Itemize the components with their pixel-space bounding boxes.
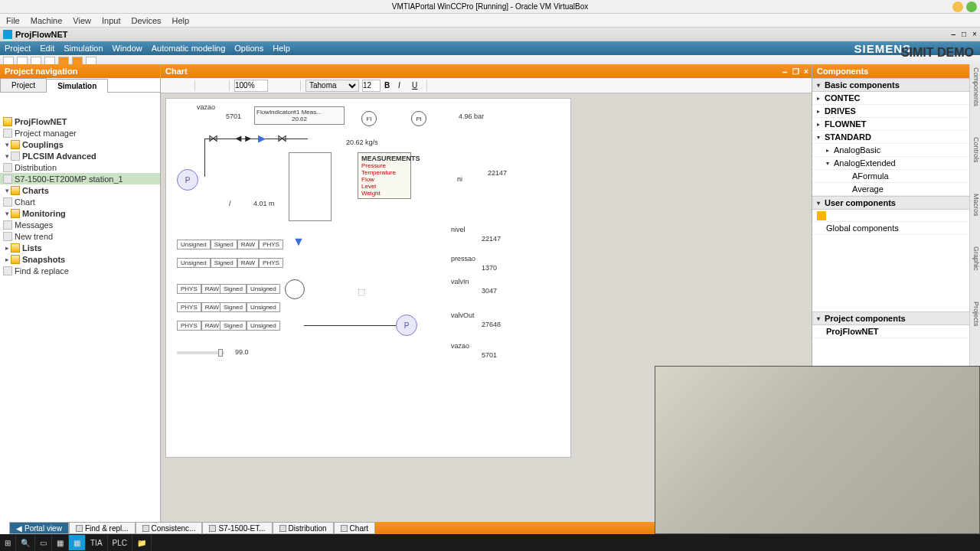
bold-icon[interactable]: B bbox=[384, 80, 394, 91]
tank-block[interactable] bbox=[289, 152, 332, 221]
collapse-icon[interactable]: ▾ bbox=[3, 210, 11, 217]
app-minimize-icon[interactable]: ‒ bbox=[948, 28, 959, 41]
status-tab-find[interactable]: Find & repl... bbox=[69, 522, 136, 534]
new-icon[interactable] bbox=[817, 211, 826, 220]
project-components-section[interactable]: ▾Project components bbox=[812, 311, 969, 325]
menu-simulation[interactable]: Simulation bbox=[64, 44, 103, 53]
vtab-projects[interactable]: Projects bbox=[970, 302, 980, 327]
lib-standard[interactable]: ▾STANDARD bbox=[812, 131, 969, 144]
valve-icon[interactable]: ⋈ bbox=[208, 132, 218, 144]
vtab-components[interactable]: Components bbox=[970, 67, 980, 106]
signal-group-5b[interactable]: SignedUnsigned bbox=[220, 321, 280, 331]
valve-icon[interactable]: ◄► bbox=[234, 132, 253, 144]
taskbar-app-tia[interactable]: TIA bbox=[86, 535, 108, 550]
tree-lists[interactable]: ▸Lists bbox=[0, 242, 160, 253]
signal-group-4b[interactable]: SignedUnsigned bbox=[220, 302, 280, 312]
shape-icon[interactable] bbox=[459, 80, 470, 91]
signal-group-5[interactable]: PHYSRAW bbox=[177, 321, 223, 331]
vb-menu-machine[interactable]: Machine bbox=[31, 16, 63, 25]
vtab-controls[interactable]: Controls bbox=[970, 137, 980, 163]
vtab-graphic[interactable]: Graphic bbox=[970, 246, 980, 271]
slider[interactable] bbox=[177, 351, 224, 354]
tree-station[interactable]: S7-1500-ET200MP station_1 bbox=[0, 173, 160, 184]
chart-close-icon[interactable]: × bbox=[801, 67, 812, 76]
zoom-in-icon[interactable] bbox=[271, 80, 282, 91]
lib-contec[interactable]: ▸CONTEC bbox=[812, 92, 969, 105]
tool-cut-icon[interactable] bbox=[165, 80, 176, 91]
app-maximize-icon[interactable]: □ bbox=[959, 28, 969, 41]
status-tab-consistency[interactable]: Consistenc... bbox=[136, 522, 203, 534]
tool-copy-icon[interactable] bbox=[179, 80, 190, 91]
taskbar-app-1[interactable]: ▦ bbox=[52, 535, 69, 550]
comp-average[interactable]: Average bbox=[812, 183, 969, 196]
tree-chart[interactable]: Chart bbox=[0, 196, 160, 207]
taskbar-app-plc[interactable]: PLC bbox=[108, 535, 132, 550]
measurements-block[interactable]: MEASUREMENTS Pressure Temperature Flow L… bbox=[358, 152, 411, 199]
taskbar-explorer[interactable]: 📁 bbox=[132, 535, 152, 550]
chart-restore-icon[interactable]: ❐ bbox=[790, 67, 801, 76]
status-tab-station[interactable]: S7-1500-ET... bbox=[202, 522, 272, 534]
collapse-icon[interactable]: ▾ bbox=[3, 187, 11, 194]
pump-icon[interactable]: ▶ bbox=[258, 132, 266, 144]
tree-messages[interactable]: Messages bbox=[0, 219, 160, 230]
font-size-input[interactable] bbox=[362, 80, 381, 92]
tree-find-replace[interactable]: Find & replace bbox=[0, 265, 160, 276]
flow-indicator-block[interactable]: FlowIndicator#1 Meas... 20.62 bbox=[254, 106, 345, 125]
vb-menu-view[interactable]: View bbox=[73, 16, 91, 25]
valve-down-icon[interactable]: ▼ bbox=[292, 235, 305, 249]
signal-group-3b[interactable]: SignedUnsigned bbox=[220, 284, 280, 294]
underline-icon[interactable]: U bbox=[411, 80, 422, 91]
menu-automatic-modeling[interactable]: Automatic modeling bbox=[152, 44, 226, 53]
tab-simulation[interactable]: Simulation bbox=[46, 79, 108, 93]
tree-project-manager[interactable]: Project manager bbox=[0, 127, 160, 139]
fi-indicator[interactable]: FI bbox=[361, 111, 377, 126]
vtab-macros[interactable]: Macros bbox=[970, 194, 980, 217]
pressure-source-in[interactable]: P bbox=[177, 169, 198, 191]
signal-group-2[interactable]: UnsignedSignedRAWPHYS bbox=[177, 258, 283, 268]
pi-indicator[interactable]: PI bbox=[411, 111, 426, 126]
valve-icon[interactable]: ⋈ bbox=[277, 132, 287, 144]
taskbar-app-simit[interactable]: ▦ bbox=[69, 535, 86, 550]
menu-window[interactable]: Window bbox=[113, 44, 142, 53]
zoom-input[interactable] bbox=[234, 80, 268, 92]
color-icon[interactable] bbox=[432, 80, 443, 91]
menu-project[interactable]: Project bbox=[5, 44, 31, 53]
status-tab-chart[interactable]: Chart bbox=[334, 522, 375, 534]
vb-close-icon[interactable] bbox=[966, 2, 977, 12]
app-close-icon[interactable]: × bbox=[969, 28, 980, 41]
lib-analogextended[interactable]: ▾AnalogExtended bbox=[812, 157, 969, 170]
signal-group-4[interactable]: PHYSRAW bbox=[177, 302, 223, 312]
collapse-icon[interactable]: ▾ bbox=[3, 152, 11, 160]
font-select[interactable]: Tahoma bbox=[305, 80, 359, 92]
tree-charts[interactable]: ▾Charts bbox=[0, 184, 160, 196]
status-tab-distribution[interactable]: Distribution bbox=[273, 522, 334, 534]
vb-minimize-icon[interactable] bbox=[952, 2, 963, 12]
collapse-icon[interactable]: ▾ bbox=[3, 141, 11, 148]
vb-menu-help[interactable]: Help bbox=[172, 16, 190, 25]
signal-group-3[interactable]: PHYSRAW bbox=[177, 284, 223, 294]
align-icon[interactable] bbox=[446, 80, 456, 91]
tree-new-trend[interactable]: New trend bbox=[0, 230, 160, 242]
global-components[interactable]: Global components bbox=[812, 222, 969, 235]
taskview-button[interactable]: ▭ bbox=[35, 535, 52, 550]
pump-icon[interactable] bbox=[285, 279, 305, 299]
tree-distribution[interactable]: Distribution bbox=[0, 161, 160, 173]
chart-minimize-icon[interactable]: ‒ bbox=[779, 67, 790, 76]
tree-couplings[interactable]: ▾Couplings bbox=[0, 139, 160, 150]
tree-monitoring[interactable]: ▾Monitoring bbox=[0, 207, 160, 219]
zoom-out-icon[interactable] bbox=[285, 80, 296, 91]
menu-help[interactable]: Help bbox=[273, 44, 290, 53]
vb-menu-input[interactable]: Input bbox=[102, 16, 120, 25]
slider-knob[interactable] bbox=[218, 349, 223, 357]
vb-menu-file[interactable]: File bbox=[6, 16, 20, 25]
user-comp-toolbar[interactable] bbox=[812, 210, 969, 222]
lib-analogbasic[interactable]: ▸AnalogBasic bbox=[812, 144, 969, 157]
comp-aformula[interactable]: AFormula bbox=[812, 170, 969, 183]
tool-paste-icon[interactable] bbox=[200, 80, 211, 91]
tool-grid-icon[interactable] bbox=[214, 80, 224, 91]
expand-icon[interactable]: ▸ bbox=[3, 256, 11, 263]
tree-plcsim[interactable]: ▾PLCSIM Advanced bbox=[0, 150, 160, 161]
tab-project[interactable]: Project bbox=[0, 78, 47, 92]
lib-flownet[interactable]: ▸FLOWNET bbox=[812, 118, 969, 131]
proj-comp-item[interactable]: ProjFlowNET bbox=[812, 325, 969, 338]
